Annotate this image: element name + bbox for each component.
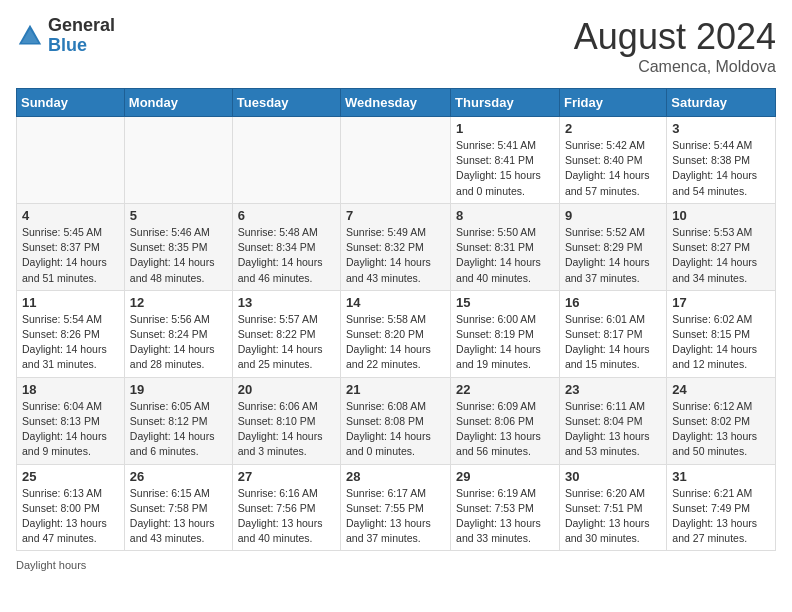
week-row-5: 25Sunrise: 6:13 AM Sunset: 8:00 PM Dayli…	[17, 464, 776, 551]
calendar-cell: 28Sunrise: 6:17 AM Sunset: 7:55 PM Dayli…	[341, 464, 451, 551]
day-info: Sunrise: 6:04 AM Sunset: 8:13 PM Dayligh…	[22, 399, 119, 460]
day-of-week-tuesday: Tuesday	[232, 89, 340, 117]
day-number: 17	[672, 295, 770, 310]
day-number: 8	[456, 208, 554, 223]
day-number: 24	[672, 382, 770, 397]
logo-text: General Blue	[48, 16, 115, 56]
day-number: 15	[456, 295, 554, 310]
logo: General Blue	[16, 16, 115, 56]
logo-blue-text: Blue	[48, 36, 115, 56]
calendar-cell: 29Sunrise: 6:19 AM Sunset: 7:53 PM Dayli…	[451, 464, 560, 551]
day-info: Sunrise: 5:42 AM Sunset: 8:40 PM Dayligh…	[565, 138, 661, 199]
day-info: Sunrise: 6:15 AM Sunset: 7:58 PM Dayligh…	[130, 486, 227, 547]
day-info: Sunrise: 5:44 AM Sunset: 8:38 PM Dayligh…	[672, 138, 770, 199]
day-info: Sunrise: 6:01 AM Sunset: 8:17 PM Dayligh…	[565, 312, 661, 373]
location-subtitle: Camenca, Moldova	[574, 58, 776, 76]
day-of-week-monday: Monday	[124, 89, 232, 117]
day-info: Sunrise: 5:46 AM Sunset: 8:35 PM Dayligh…	[130, 225, 227, 286]
calendar-cell: 3Sunrise: 5:44 AM Sunset: 8:38 PM Daylig…	[667, 117, 776, 204]
day-info: Sunrise: 6:00 AM Sunset: 8:19 PM Dayligh…	[456, 312, 554, 373]
days-of-week-row: SundayMondayTuesdayWednesdayThursdayFrid…	[17, 89, 776, 117]
calendar-cell: 31Sunrise: 6:21 AM Sunset: 7:49 PM Dayli…	[667, 464, 776, 551]
day-info: Sunrise: 6:13 AM Sunset: 8:00 PM Dayligh…	[22, 486, 119, 547]
day-number: 30	[565, 469, 661, 484]
calendar-cell: 22Sunrise: 6:09 AM Sunset: 8:06 PM Dayli…	[451, 377, 560, 464]
day-number: 18	[22, 382, 119, 397]
logo-icon	[16, 22, 44, 50]
month-year-title: August 2024	[574, 16, 776, 58]
calendar-cell: 12Sunrise: 5:56 AM Sunset: 8:24 PM Dayli…	[124, 290, 232, 377]
calendar-cell: 25Sunrise: 6:13 AM Sunset: 8:00 PM Dayli…	[17, 464, 125, 551]
day-of-week-thursday: Thursday	[451, 89, 560, 117]
day-number: 7	[346, 208, 445, 223]
day-number: 13	[238, 295, 335, 310]
day-of-week-sunday: Sunday	[17, 89, 125, 117]
day-info: Sunrise: 5:53 AM Sunset: 8:27 PM Dayligh…	[672, 225, 770, 286]
day-info: Sunrise: 6:02 AM Sunset: 8:15 PM Dayligh…	[672, 312, 770, 373]
day-number: 10	[672, 208, 770, 223]
calendar-cell	[17, 117, 125, 204]
day-info: Sunrise: 6:09 AM Sunset: 8:06 PM Dayligh…	[456, 399, 554, 460]
day-info: Sunrise: 6:21 AM Sunset: 7:49 PM Dayligh…	[672, 486, 770, 547]
day-info: Sunrise: 5:57 AM Sunset: 8:22 PM Dayligh…	[238, 312, 335, 373]
day-number: 6	[238, 208, 335, 223]
day-info: Sunrise: 6:19 AM Sunset: 7:53 PM Dayligh…	[456, 486, 554, 547]
day-number: 12	[130, 295, 227, 310]
day-number: 3	[672, 121, 770, 136]
day-number: 1	[456, 121, 554, 136]
day-number: 20	[238, 382, 335, 397]
calendar-cell: 30Sunrise: 6:20 AM Sunset: 7:51 PM Dayli…	[559, 464, 666, 551]
day-info: Sunrise: 5:50 AM Sunset: 8:31 PM Dayligh…	[456, 225, 554, 286]
calendar-cell: 11Sunrise: 5:54 AM Sunset: 8:26 PM Dayli…	[17, 290, 125, 377]
day-number: 9	[565, 208, 661, 223]
calendar-cell: 16Sunrise: 6:01 AM Sunset: 8:17 PM Dayli…	[559, 290, 666, 377]
week-row-3: 11Sunrise: 5:54 AM Sunset: 8:26 PM Dayli…	[17, 290, 776, 377]
day-number: 27	[238, 469, 335, 484]
footer-note: Daylight hours	[16, 559, 776, 571]
week-row-2: 4Sunrise: 5:45 AM Sunset: 8:37 PM Daylig…	[17, 203, 776, 290]
day-number: 25	[22, 469, 119, 484]
day-of-week-saturday: Saturday	[667, 89, 776, 117]
calendar-cell: 23Sunrise: 6:11 AM Sunset: 8:04 PM Dayli…	[559, 377, 666, 464]
day-number: 22	[456, 382, 554, 397]
calendar-cell: 8Sunrise: 5:50 AM Sunset: 8:31 PM Daylig…	[451, 203, 560, 290]
calendar-cell: 18Sunrise: 6:04 AM Sunset: 8:13 PM Dayli…	[17, 377, 125, 464]
calendar-cell: 20Sunrise: 6:06 AM Sunset: 8:10 PM Dayli…	[232, 377, 340, 464]
calendar-table: SundayMondayTuesdayWednesdayThursdayFrid…	[16, 88, 776, 551]
calendar-cell: 7Sunrise: 5:49 AM Sunset: 8:32 PM Daylig…	[341, 203, 451, 290]
day-number: 26	[130, 469, 227, 484]
calendar-cell: 6Sunrise: 5:48 AM Sunset: 8:34 PM Daylig…	[232, 203, 340, 290]
day-number: 23	[565, 382, 661, 397]
calendar-cell	[124, 117, 232, 204]
title-area: August 2024 Camenca, Moldova	[574, 16, 776, 76]
day-number: 5	[130, 208, 227, 223]
calendar-cell: 15Sunrise: 6:00 AM Sunset: 8:19 PM Dayli…	[451, 290, 560, 377]
day-info: Sunrise: 6:08 AM Sunset: 8:08 PM Dayligh…	[346, 399, 445, 460]
calendar-cell: 17Sunrise: 6:02 AM Sunset: 8:15 PM Dayli…	[667, 290, 776, 377]
day-number: 31	[672, 469, 770, 484]
calendar-cell: 24Sunrise: 6:12 AM Sunset: 8:02 PM Dayli…	[667, 377, 776, 464]
calendar-cell: 14Sunrise: 5:58 AM Sunset: 8:20 PM Dayli…	[341, 290, 451, 377]
week-row-1: 1Sunrise: 5:41 AM Sunset: 8:41 PM Daylig…	[17, 117, 776, 204]
day-number: 11	[22, 295, 119, 310]
day-info: Sunrise: 6:06 AM Sunset: 8:10 PM Dayligh…	[238, 399, 335, 460]
day-of-week-friday: Friday	[559, 89, 666, 117]
day-number: 4	[22, 208, 119, 223]
day-number: 21	[346, 382, 445, 397]
header: General Blue August 2024 Camenca, Moldov…	[16, 16, 776, 76]
day-info: Sunrise: 5:54 AM Sunset: 8:26 PM Dayligh…	[22, 312, 119, 373]
day-info: Sunrise: 6:05 AM Sunset: 8:12 PM Dayligh…	[130, 399, 227, 460]
day-info: Sunrise: 5:52 AM Sunset: 8:29 PM Dayligh…	[565, 225, 661, 286]
day-info: Sunrise: 6:12 AM Sunset: 8:02 PM Dayligh…	[672, 399, 770, 460]
day-number: 29	[456, 469, 554, 484]
day-number: 19	[130, 382, 227, 397]
week-row-4: 18Sunrise: 6:04 AM Sunset: 8:13 PM Dayli…	[17, 377, 776, 464]
calendar-cell: 5Sunrise: 5:46 AM Sunset: 8:35 PM Daylig…	[124, 203, 232, 290]
day-info: Sunrise: 6:17 AM Sunset: 7:55 PM Dayligh…	[346, 486, 445, 547]
calendar-cell: 26Sunrise: 6:15 AM Sunset: 7:58 PM Dayli…	[124, 464, 232, 551]
day-info: Sunrise: 6:11 AM Sunset: 8:04 PM Dayligh…	[565, 399, 661, 460]
day-info: Sunrise: 5:45 AM Sunset: 8:37 PM Dayligh…	[22, 225, 119, 286]
day-info: Sunrise: 6:20 AM Sunset: 7:51 PM Dayligh…	[565, 486, 661, 547]
day-info: Sunrise: 5:49 AM Sunset: 8:32 PM Dayligh…	[346, 225, 445, 286]
calendar-cell	[232, 117, 340, 204]
